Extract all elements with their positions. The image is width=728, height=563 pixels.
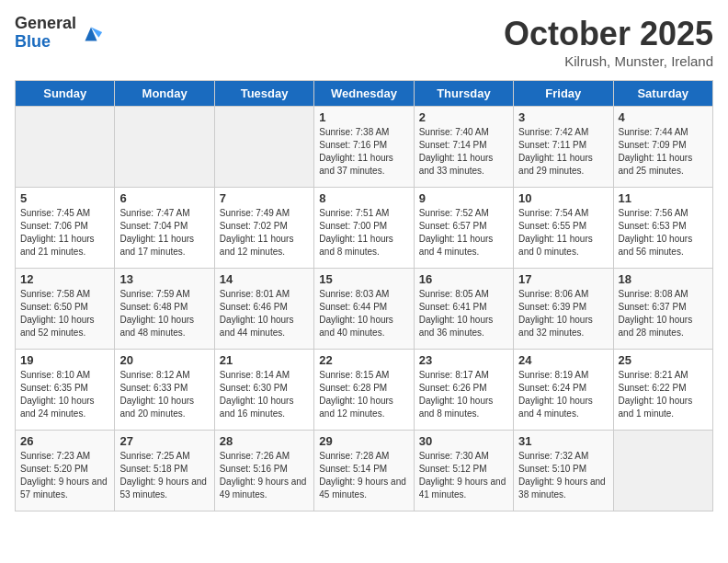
day-info: Sunrise: 8:10 AM Sunset: 6:35 PM Dayligh… bbox=[20, 369, 109, 420]
calendar-cell: 18Sunrise: 8:08 AM Sunset: 6:37 PM Dayli… bbox=[613, 269, 712, 350]
calendar-cell: 13Sunrise: 7:59 AM Sunset: 6:48 PM Dayli… bbox=[115, 269, 214, 350]
calendar-cell: 22Sunrise: 8:15 AM Sunset: 6:28 PM Dayli… bbox=[314, 350, 414, 431]
day-number: 31 bbox=[518, 434, 608, 448]
day-number: 26 bbox=[20, 434, 109, 448]
day-info: Sunrise: 7:51 AM Sunset: 7:00 PM Dayligh… bbox=[319, 207, 408, 259]
day-info: Sunrise: 7:32 AM Sunset: 5:10 PM Dayligh… bbox=[518, 450, 608, 501]
day-info: Sunrise: 7:52 AM Sunset: 6:57 PM Dayligh… bbox=[419, 207, 508, 259]
calendar-cell: 9Sunrise: 7:52 AM Sunset: 6:57 PM Daylig… bbox=[414, 188, 513, 269]
logo-general-text: General bbox=[15, 15, 76, 33]
day-info: Sunrise: 8:01 AM Sunset: 6:46 PM Dayligh… bbox=[220, 288, 309, 339]
calendar-cell: 15Sunrise: 8:03 AM Sunset: 6:44 PM Dayli… bbox=[314, 269, 414, 350]
day-number: 10 bbox=[518, 191, 608, 205]
calendar-week-3: 12Sunrise: 7:58 AM Sunset: 6:50 PM Dayli… bbox=[16, 269, 713, 350]
day-header-wednesday: Wednesday bbox=[314, 81, 414, 107]
calendar-cell bbox=[115, 107, 214, 188]
calendar-week-2: 5Sunrise: 7:45 AM Sunset: 7:06 PM Daylig… bbox=[16, 188, 713, 269]
calendar-cell: 5Sunrise: 7:45 AM Sunset: 7:06 PM Daylig… bbox=[16, 188, 115, 269]
day-number: 11 bbox=[619, 191, 708, 205]
day-header-sunday: Sunday bbox=[16, 81, 115, 107]
day-number: 25 bbox=[619, 353, 708, 367]
day-info: Sunrise: 7:54 AM Sunset: 6:55 PM Dayligh… bbox=[518, 207, 608, 259]
day-info: Sunrise: 7:56 AM Sunset: 6:53 PM Dayligh… bbox=[619, 207, 708, 259]
calendar-cell: 23Sunrise: 8:17 AM Sunset: 6:26 PM Dayli… bbox=[414, 350, 513, 431]
day-number: 6 bbox=[119, 191, 209, 205]
day-info: Sunrise: 8:14 AM Sunset: 6:30 PM Dayligh… bbox=[220, 369, 309, 420]
day-info: Sunrise: 7:23 AM Sunset: 5:20 PM Dayligh… bbox=[20, 450, 109, 501]
calendar-cell: 16Sunrise: 8:05 AM Sunset: 6:41 PM Dayli… bbox=[414, 269, 513, 350]
day-number: 12 bbox=[20, 272, 109, 286]
day-number: 19 bbox=[20, 353, 109, 367]
location-subtitle: Kilrush, Munster, Ireland bbox=[504, 53, 713, 69]
calendar-header: SundayMondayTuesdayWednesdayThursdayFrid… bbox=[16, 81, 713, 107]
day-info: Sunrise: 7:42 AM Sunset: 7:11 PM Dayligh… bbox=[518, 126, 608, 178]
calendar-cell: 19Sunrise: 8:10 AM Sunset: 6:35 PM Dayli… bbox=[16, 350, 115, 431]
day-info: Sunrise: 8:06 AM Sunset: 6:39 PM Dayligh… bbox=[518, 288, 608, 339]
calendar-cell: 12Sunrise: 7:58 AM Sunset: 6:50 PM Dayli… bbox=[16, 269, 115, 350]
day-number: 4 bbox=[619, 110, 708, 124]
logo: General Blue bbox=[15, 15, 104, 52]
day-info: Sunrise: 7:59 AM Sunset: 6:48 PM Dayligh… bbox=[119, 288, 209, 339]
day-header-friday: Friday bbox=[514, 81, 613, 107]
calendar-cell: 3Sunrise: 7:42 AM Sunset: 7:11 PM Daylig… bbox=[514, 107, 613, 188]
day-number: 3 bbox=[518, 110, 608, 124]
calendar-cell bbox=[613, 431, 712, 511]
logo-icon bbox=[78, 20, 104, 46]
day-info: Sunrise: 8:15 AM Sunset: 6:28 PM Dayligh… bbox=[319, 369, 408, 420]
logo-blue-text: Blue bbox=[15, 33, 76, 52]
day-number: 22 bbox=[319, 353, 408, 367]
day-number: 20 bbox=[119, 353, 209, 367]
calendar-body: 1Sunrise: 7:38 AM Sunset: 7:16 PM Daylig… bbox=[16, 107, 713, 511]
day-number: 27 bbox=[119, 434, 209, 448]
day-number: 14 bbox=[220, 272, 309, 286]
calendar-week-5: 26Sunrise: 7:23 AM Sunset: 5:20 PM Dayli… bbox=[16, 431, 713, 511]
calendar-cell: 1Sunrise: 7:38 AM Sunset: 7:16 PM Daylig… bbox=[314, 107, 414, 188]
day-info: Sunrise: 7:58 AM Sunset: 6:50 PM Dayligh… bbox=[20, 288, 109, 339]
day-number: 7 bbox=[220, 191, 309, 205]
day-info: Sunrise: 8:03 AM Sunset: 6:44 PM Dayligh… bbox=[319, 288, 408, 339]
day-number: 5 bbox=[20, 191, 109, 205]
day-info: Sunrise: 8:05 AM Sunset: 6:41 PM Dayligh… bbox=[419, 288, 508, 339]
calendar-cell: 27Sunrise: 7:25 AM Sunset: 5:18 PM Dayli… bbox=[115, 431, 214, 511]
calendar-table: SundayMondayTuesdayWednesdayThursdayFrid… bbox=[15, 80, 713, 511]
day-number: 29 bbox=[319, 434, 408, 448]
calendar-cell: 31Sunrise: 7:32 AM Sunset: 5:10 PM Dayli… bbox=[514, 431, 613, 511]
calendar-cell: 28Sunrise: 7:26 AM Sunset: 5:16 PM Dayli… bbox=[214, 431, 313, 511]
day-number: 8 bbox=[319, 191, 408, 205]
day-number: 15 bbox=[319, 272, 408, 286]
day-info: Sunrise: 7:44 AM Sunset: 7:09 PM Dayligh… bbox=[619, 126, 708, 178]
day-number: 18 bbox=[619, 272, 708, 286]
calendar-cell: 2Sunrise: 7:40 AM Sunset: 7:14 PM Daylig… bbox=[414, 107, 513, 188]
calendar-cell: 24Sunrise: 8:19 AM Sunset: 6:24 PM Dayli… bbox=[514, 350, 613, 431]
calendar-cell: 11Sunrise: 7:56 AM Sunset: 6:53 PM Dayli… bbox=[613, 188, 712, 269]
day-info: Sunrise: 7:26 AM Sunset: 5:16 PM Dayligh… bbox=[220, 450, 309, 501]
day-number: 9 bbox=[419, 191, 508, 205]
calendar-cell: 14Sunrise: 8:01 AM Sunset: 6:46 PM Dayli… bbox=[214, 269, 313, 350]
day-header-thursday: Thursday bbox=[414, 81, 513, 107]
day-number: 2 bbox=[419, 110, 508, 124]
day-info: Sunrise: 7:45 AM Sunset: 7:06 PM Dayligh… bbox=[20, 207, 109, 259]
day-info: Sunrise: 8:19 AM Sunset: 6:24 PM Dayligh… bbox=[518, 369, 608, 420]
calendar-cell: 30Sunrise: 7:30 AM Sunset: 5:12 PM Dayli… bbox=[414, 431, 513, 511]
calendar-cell: 8Sunrise: 7:51 AM Sunset: 7:00 PM Daylig… bbox=[314, 188, 414, 269]
calendar-cell: 26Sunrise: 7:23 AM Sunset: 5:20 PM Dayli… bbox=[16, 431, 115, 511]
day-number: 1 bbox=[319, 110, 408, 124]
day-number: 30 bbox=[419, 434, 508, 448]
calendar-cell: 6Sunrise: 7:47 AM Sunset: 7:04 PM Daylig… bbox=[115, 188, 214, 269]
calendar-cell bbox=[214, 107, 313, 188]
calendar-cell: 29Sunrise: 7:28 AM Sunset: 5:14 PM Dayli… bbox=[314, 431, 414, 511]
day-info: Sunrise: 7:25 AM Sunset: 5:18 PM Dayligh… bbox=[119, 450, 209, 501]
day-number: 24 bbox=[518, 353, 608, 367]
day-header-tuesday: Tuesday bbox=[214, 81, 313, 107]
calendar-cell: 17Sunrise: 8:06 AM Sunset: 6:39 PM Dayli… bbox=[514, 269, 613, 350]
day-number: 17 bbox=[518, 272, 608, 286]
day-number: 28 bbox=[220, 434, 309, 448]
day-info: Sunrise: 7:40 AM Sunset: 7:14 PM Dayligh… bbox=[419, 126, 508, 178]
day-info: Sunrise: 7:49 AM Sunset: 7:02 PM Dayligh… bbox=[220, 207, 309, 259]
day-header-saturday: Saturday bbox=[613, 81, 712, 107]
calendar-cell: 21Sunrise: 8:14 AM Sunset: 6:30 PM Dayli… bbox=[214, 350, 313, 431]
day-info: Sunrise: 7:30 AM Sunset: 5:12 PM Dayligh… bbox=[419, 450, 508, 501]
day-info: Sunrise: 8:17 AM Sunset: 6:26 PM Dayligh… bbox=[419, 369, 508, 420]
day-header-monday: Monday bbox=[115, 81, 214, 107]
calendar-cell: 25Sunrise: 8:21 AM Sunset: 6:22 PM Dayli… bbox=[613, 350, 712, 431]
